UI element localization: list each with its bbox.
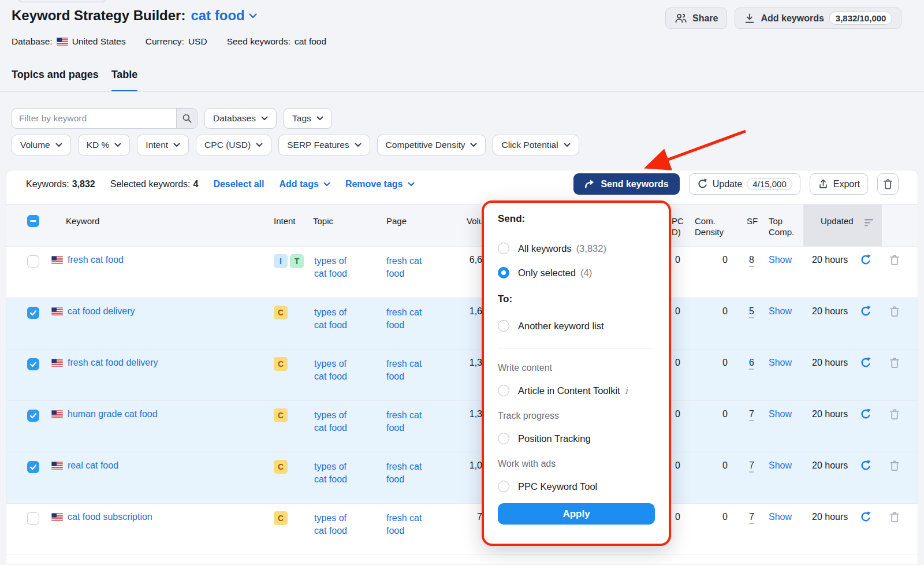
refresh-icon: [860, 511, 871, 523]
export-button[interactable]: Export: [810, 173, 868, 195]
info-icon[interactable]: i: [625, 385, 628, 396]
update-button[interactable]: Update 4/15,000: [689, 173, 800, 195]
add-tags-dropdown[interactable]: Add tags: [279, 179, 330, 189]
row-refresh-icon[interactable]: [860, 306, 871, 319]
col-updated[interactable]: Updated: [821, 215, 854, 226]
keyword-link[interactable]: real cat food: [68, 460, 118, 471]
show-link[interactable]: Show: [769, 306, 792, 317]
keyword-filter-input[interactable]: [12, 109, 197, 128]
radio-position-tracking[interactable]: [498, 433, 509, 444]
add-keywords-button[interactable]: Add keywords 3,832/10,000: [735, 8, 901, 29]
row-refresh-icon[interactable]: [860, 357, 871, 371]
page-link[interactable]: fresh cat food: [386, 512, 433, 537]
page-link[interactable]: fresh cat food: [386, 358, 433, 383]
send-keywords-button[interactable]: Send keywords: [573, 173, 679, 195]
project-selector[interactable]: cat food: [191, 8, 256, 24]
col-serp-features[interactable]: SF: [747, 215, 758, 226]
share-button[interactable]: Share: [665, 8, 727, 29]
topic-link[interactable]: types of cat food: [314, 512, 360, 537]
topic-link[interactable]: types of cat food: [314, 409, 360, 434]
table-row: fresh cat food deliveryCtypes of cat foo…: [6, 350, 918, 401]
col-intent[interactable]: Intent: [274, 215, 296, 226]
show-link[interactable]: Show: [769, 512, 792, 522]
show-link[interactable]: Show: [769, 255, 792, 265]
cpc-value: 0: [675, 358, 680, 368]
page-link[interactable]: fresh cat food: [386, 306, 433, 332]
row-checkbox[interactable]: [27, 255, 39, 267]
row-checkbox[interactable]: [27, 512, 39, 525]
radio-only-selected[interactable]: [498, 267, 509, 278]
serp-features-count[interactable]: 7: [749, 409, 754, 421]
databases-dropdown[interactable]: Databases: [204, 108, 277, 129]
row-trash-icon[interactable]: [889, 254, 900, 268]
filter-chip-serp-features[interactable]: SERP Features: [278, 135, 370, 155]
select-all-checkbox[interactable]: [27, 215, 39, 227]
col-volume-partial[interactable]: Volu: [467, 215, 483, 226]
keyword-link[interactable]: cat food delivery: [68, 306, 135, 317]
row-checkbox[interactable]: [27, 358, 39, 370]
row-checkbox[interactable]: [27, 461, 39, 473]
show-link[interactable]: Show: [769, 358, 792, 368]
serp-features-count[interactable]: 5: [749, 306, 754, 318]
row-trash-icon[interactable]: [889, 460, 900, 474]
row-refresh-icon[interactable]: [860, 408, 871, 422]
radio-another-keyword-list[interactable]: [498, 320, 509, 332]
topic-link[interactable]: types of cat food: [314, 358, 360, 383]
col-competitive-density[interactable]: Com.Density: [695, 215, 724, 237]
col-top-comp[interactable]: TopComp.: [769, 215, 794, 237]
keyword-link[interactable]: cat food subscription: [68, 512, 152, 522]
cpc-value: 0: [675, 512, 680, 522]
row-checkbox[interactable]: [27, 410, 39, 422]
competitive-density-value: 0: [722, 255, 728, 265]
topic-link[interactable]: types of cat food: [314, 255, 360, 280]
trash-icon: [889, 254, 900, 266]
row-trash-icon[interactable]: [889, 306, 900, 319]
serp-features-count[interactable]: 6: [749, 358, 754, 370]
radio-all-keywords[interactable]: [498, 243, 509, 254]
radio-article-content-toolkit[interactable]: [498, 385, 509, 396]
row-refresh-icon[interactable]: [860, 460, 871, 474]
filter-chip-cpc-usd[interactable]: CPC (USD): [196, 135, 271, 155]
delete-button[interactable]: [877, 173, 899, 195]
show-link[interactable]: Show: [769, 409, 792, 419]
row-trash-icon[interactable]: [889, 408, 900, 422]
keyword-link[interactable]: fresh cat food delivery: [68, 358, 158, 368]
keyword-cell: cat food subscription: [51, 512, 152, 522]
deselect-all-link[interactable]: Deselect all: [213, 179, 264, 189]
serp-features-count[interactable]: 7: [749, 512, 754, 524]
topic-link[interactable]: types of cat food: [314, 306, 360, 332]
sort-descending-icon[interactable]: [865, 218, 874, 226]
row-refresh-icon[interactable]: [860, 254, 871, 268]
keyword-link[interactable]: human grade cat food: [68, 409, 158, 419]
page-link[interactable]: fresh cat food: [386, 255, 433, 280]
serp-features-count[interactable]: 7: [749, 460, 754, 473]
tags-dropdown[interactable]: Tags: [284, 108, 332, 129]
row-trash-icon[interactable]: [889, 511, 900, 525]
keyword-link[interactable]: fresh cat food: [68, 255, 124, 265]
chevron-down-icon: [355, 143, 362, 147]
tab-table[interactable]: Table: [111, 69, 138, 92]
filter-chip-competitive-density[interactable]: Competitive Density: [377, 135, 486, 155]
col-page[interactable]: Page: [386, 215, 407, 226]
position-tracking-label: Position Tracking: [518, 433, 591, 444]
row-checkbox[interactable]: [27, 307, 39, 319]
serp-features-count[interactable]: 8: [749, 255, 754, 267]
col-cpc-partial[interactable]: PCD): [672, 215, 684, 237]
topic-link[interactable]: types of cat food: [314, 460, 360, 486]
filter-chip-kd[interactable]: KD %: [78, 135, 131, 155]
show-link[interactable]: Show: [769, 460, 792, 471]
filter-chip-click-potential[interactable]: Click Potential: [493, 135, 579, 155]
col-topic[interactable]: Topic: [313, 215, 333, 226]
col-keyword[interactable]: Keyword: [66, 215, 99, 226]
remove-tags-dropdown[interactable]: Remove tags: [345, 179, 415, 189]
apply-button[interactable]: Apply: [498, 503, 655, 525]
filter-chip-intent[interactable]: Intent: [137, 135, 189, 155]
tab-topics-and-pages[interactable]: Topics and pages: [12, 69, 99, 92]
row-refresh-icon[interactable]: [860, 511, 871, 525]
search-button[interactable]: [176, 109, 197, 128]
filter-chip-volume[interactable]: Volume: [12, 135, 71, 155]
page-link[interactable]: fresh cat food: [386, 460, 433, 486]
page-link[interactable]: fresh cat food: [386, 409, 433, 434]
radio-ppc-keyword-tool[interactable]: [498, 481, 509, 492]
row-trash-icon[interactable]: [889, 357, 900, 371]
